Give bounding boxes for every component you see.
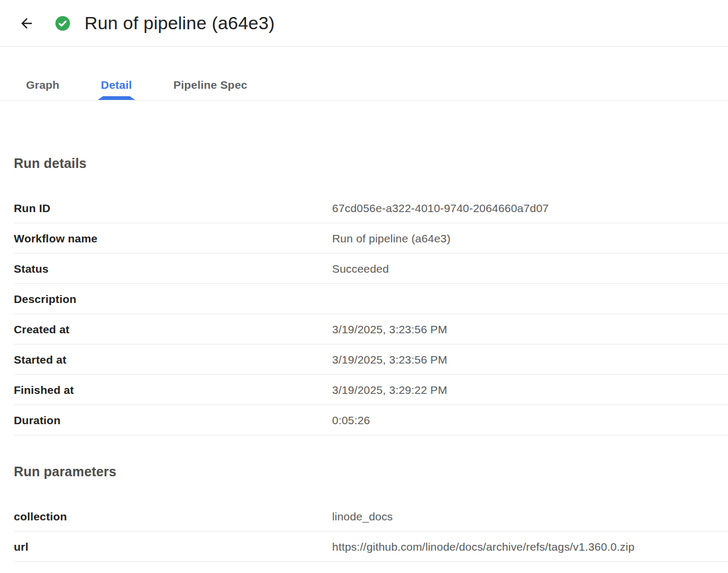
row-label: Run ID [14,201,332,215]
table-row-created-at: Created at 3/19/2025, 3:23:56 PM [14,314,728,344]
row-value: 3/19/2025, 3:23:56 PM [332,353,447,366]
row-label: collection [14,510,332,523]
active-tab-indicator [98,96,135,100]
row-value: linode_docs [332,510,393,523]
tab-pipeline-spec[interactable]: Pipeline Spec [153,70,268,100]
row-label: Status [14,262,332,275]
run-details-heading: Run details [14,156,728,171]
row-label: Started at [14,353,332,366]
run-detail-content: Run details Run ID 67cd056e-a322-4010-97… [0,156,728,562]
row-label: url [14,540,332,553]
tab-detail[interactable]: Detail [80,70,153,100]
run-parameters-heading: Run parameters [14,464,728,479]
table-row-started-at: Started at 3/19/2025, 3:23:56 PM [14,344,728,375]
table-row-description: Description [14,284,728,314]
table-row-workflow-name: Workflow name Run of pipeline (a64e3) [14,223,728,254]
table-row-param-collection: collection linode_docs [14,501,728,532]
row-value: Succeeded [332,262,389,275]
tab-bar: Graph Detail Pipeline Spec [0,47,728,100]
row-value: 3/19/2025, 3:29:22 PM [332,383,447,397]
success-check-icon [55,15,71,31]
row-label: Created at [14,323,332,336]
header: Run of pipeline (a64e3) [0,0,728,47]
tab-pipeline-spec-label: Pipeline Spec [173,79,247,91]
run-details-section: Run details Run ID 67cd056e-a322-4010-97… [14,156,728,435]
table-row-duration: Duration 0:05:26 [14,405,728,435]
row-label: Duration [14,414,332,427]
row-label: Description [14,292,332,306]
row-label: Finished at [14,383,332,397]
tab-detail-label: Detail [101,79,132,91]
run-parameters-section: Run parameters collection linode_docs ur… [14,464,728,562]
tab-graph[interactable]: Graph [5,70,80,100]
table-row-finished-at: Finished at 3/19/2025, 3:29:22 PM [14,375,728,405]
table-row-status: Status Succeeded [14,254,728,284]
row-label: Workflow name [14,232,332,245]
row-value: Run of pipeline (a64e3) [332,232,451,245]
row-value: https://github.com/linode/docs/archive/r… [332,540,634,553]
back-arrow-icon [19,15,35,31]
row-value: 0:05:26 [332,414,370,427]
tab-graph-label: Graph [26,79,60,91]
row-value: 67cd056e-a322-4010-9740-2064660a7d07 [332,201,549,215]
page-title: Run of pipeline (a64e3) [84,13,275,33]
row-value: 3/19/2025, 3:23:56 PM [332,323,447,336]
table-row-run-id: Run ID 67cd056e-a322-4010-9740-2064660a7… [14,193,728,223]
back-button[interactable] [18,14,36,32]
table-row-param-url: url https://github.com/linode/docs/archi… [14,532,728,562]
